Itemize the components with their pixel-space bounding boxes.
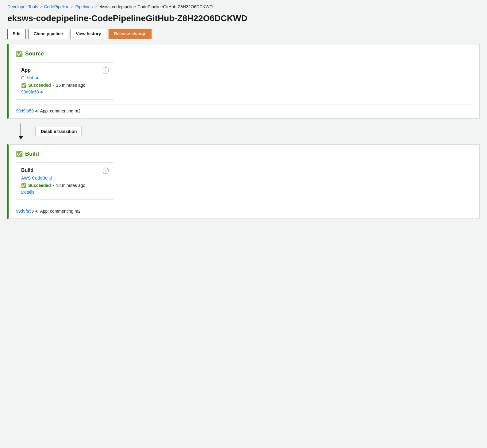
- source-commit-external-icon: ⮝: [40, 90, 43, 94]
- breadcrumb-developer-tools[interactable]: Developer Tools: [7, 4, 38, 9]
- build-info-icon[interactable]: i: [103, 168, 109, 174]
- breadcrumb-sep-1: >: [40, 5, 42, 9]
- breadcrumb-pipelines[interactable]: Pipelines: [75, 4, 93, 9]
- clone-pipeline-button[interactable]: Clone pipeline: [28, 29, 68, 39]
- source-footer-commit-link[interactable]: 99d9fa59 ⮝: [16, 108, 38, 113]
- source-status-check-icon: ✅: [21, 83, 26, 88]
- pipeline-container: ✅ Source App i GitHub ⮝ ✅ Succeeded -: [0, 44, 487, 226]
- source-action-name: App: [21, 67, 31, 73]
- build-stage-footer: 99d9fa59 ⮝ App: commenting m2: [16, 205, 472, 214]
- source-status-time: 15 minutes ago: [56, 83, 86, 88]
- source-footer-external-icon: ⮝: [35, 109, 38, 113]
- build-footer-external-icon: ⮝: [35, 209, 38, 213]
- source-status-label: Succeeded: [28, 83, 51, 88]
- source-info-icon[interactable]: i: [103, 67, 109, 74]
- transition-arrow: [18, 123, 23, 139]
- page-title: eksws-codepipeline-CodePipelineGitHub-Z8…: [7, 13, 480, 24]
- view-history-button[interactable]: View history: [71, 29, 106, 39]
- page-header: eksws-codepipeline-CodePipelineGitHub-Z8…: [0, 12, 487, 44]
- build-stage: ✅ Build Build i AWS CodeBuild ✅ Succeede…: [7, 144, 480, 219]
- build-card-header: Build i: [21, 168, 109, 174]
- arrow-head: [18, 136, 23, 139]
- build-footer-commit-link[interactable]: 99d9fa59 ⮝: [16, 209, 38, 214]
- build-status-row: ✅ Succeeded - 12 minutes ago: [21, 183, 109, 188]
- source-footer-message: App: commenting m2: [40, 108, 80, 113]
- build-status-separator: -: [53, 183, 54, 188]
- build-footer-message: App: commenting m2: [40, 209, 80, 214]
- edit-button[interactable]: Edit: [7, 29, 26, 39]
- source-provider-external-icon: ⮝: [36, 76, 39, 80]
- disable-transition-button[interactable]: Disable transition: [36, 127, 82, 136]
- breadcrumb-sep-3: >: [94, 5, 97, 9]
- action-buttons: Edit Clone pipeline View history Release…: [7, 29, 480, 39]
- breadcrumb-codepipeline[interactable]: CodePipeline: [44, 4, 69, 9]
- build-stage-title: Build: [25, 151, 39, 157]
- build-provider-link[interactable]: AWS CodeBuild: [21, 176, 52, 180]
- build-action-card: Build i AWS CodeBuild ✅ Succeeded - 12 m…: [16, 162, 114, 200]
- breadcrumb: Developer Tools > CodePipeline > Pipelin…: [0, 0, 487, 12]
- breadcrumb-sep-2: >: [71, 5, 73, 9]
- source-action-card-app: App i GitHub ⮝ ✅ Succeeded - 15 minutes …: [16, 62, 114, 100]
- source-stage-footer: 99d9fa59 ⮝ App: commenting m2: [16, 104, 472, 113]
- release-change-button[interactable]: Release change: [109, 29, 151, 39]
- source-stage-title: Source: [25, 51, 44, 57]
- build-check-icon: ✅: [16, 151, 23, 158]
- source-stage: ✅ Source App i GitHub ⮝ ✅ Succeeded -: [7, 44, 480, 119]
- source-check-icon: ✅: [16, 51, 23, 57]
- source-stage-header: ✅ Source: [16, 51, 472, 57]
- source-status-separator: -: [53, 83, 54, 88]
- build-status-check-icon: ✅: [21, 183, 26, 188]
- transition-area: Disable transition: [7, 119, 480, 144]
- build-status-label: Succeeded: [28, 183, 51, 188]
- arrow-line: [21, 123, 21, 136]
- source-provider-link[interactable]: GitHub ⮝: [21, 75, 39, 80]
- source-card-header: App i: [21, 67, 109, 74]
- source-status-row: ✅ Succeeded - 15 minutes ago: [21, 83, 109, 88]
- build-status-time: 12 minutes ago: [56, 183, 86, 188]
- breadcrumb-current-pipeline: eksws-codepipeline-CodePipelineGitHub-Z8…: [98, 4, 213, 9]
- build-stage-header: ✅ Build: [16, 151, 472, 158]
- source-commit-link[interactable]: 99d9fa59 ⮝: [21, 89, 43, 94]
- build-action-name: Build: [21, 168, 33, 173]
- build-details-link[interactable]: Details: [21, 190, 34, 195]
